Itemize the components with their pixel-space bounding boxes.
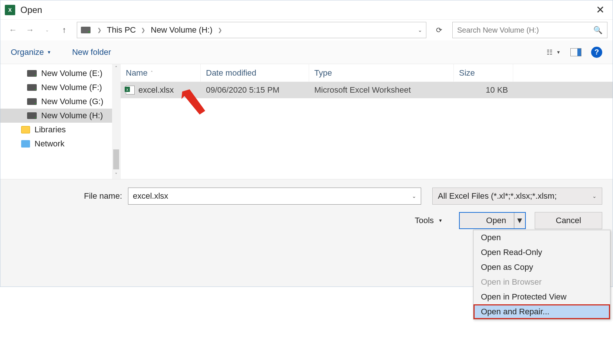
search-icon: 🔍 bbox=[593, 26, 603, 34]
forward-button[interactable]: → bbox=[23, 23, 37, 37]
nav-bar: ← → ⌄ ↑ ❯ This PC ❯ New Volume (H:) ❯ ⌄ … bbox=[0, 20, 613, 40]
drive-icon bbox=[27, 84, 37, 91]
tools-menu[interactable]: Tools ▼ bbox=[415, 216, 443, 225]
file-type: Microsoft Excel Worksheet bbox=[309, 85, 454, 95]
preview-pane-button[interactable] bbox=[570, 48, 581, 56]
chevron-down-icon: ▼ bbox=[438, 218, 443, 223]
column-date[interactable]: Date modified bbox=[201, 64, 309, 82]
chevron-down-icon[interactable]: ⌄ bbox=[592, 193, 597, 199]
menu-open-as-copy[interactable]: Open as Copy bbox=[473, 260, 610, 275]
column-headers: Name˄ Date modified Type Size bbox=[121, 64, 613, 82]
menu-open-protected-view[interactable]: Open in Protected View bbox=[473, 289, 610, 304]
sort-asc-icon: ˄ bbox=[151, 70, 153, 76]
drive-icon bbox=[81, 27, 91, 33]
tree-item-volume-e[interactable]: New Volume (E:) bbox=[0, 66, 120, 80]
column-name[interactable]: Name˄ bbox=[121, 64, 201, 82]
libraries-icon bbox=[21, 126, 30, 133]
file-name-label: File name: bbox=[11, 191, 122, 201]
breadcrumb-bar[interactable]: ❯ This PC ❯ New Volume (H:) ❯ ⌄ bbox=[77, 22, 426, 38]
column-size[interactable]: Size bbox=[454, 64, 513, 82]
menu-open-readonly[interactable]: Open Read-Only bbox=[473, 245, 610, 260]
breadcrumb-current[interactable]: New Volume (H:) bbox=[151, 25, 212, 35]
drive-icon bbox=[27, 112, 37, 119]
open-button[interactable]: Open ▼ bbox=[459, 212, 526, 229]
search-input[interactable]: Search New Volume (H:) 🔍 bbox=[452, 22, 607, 38]
close-icon[interactable]: ✕ bbox=[592, 4, 608, 16]
breadcrumb-dropdown[interactable]: ⌄ bbox=[418, 27, 422, 33]
file-list: Name˄ Date modified Type Size excel.xlsx… bbox=[121, 64, 613, 179]
open-dialog: X Open ✕ ← → ⌄ ↑ ❯ This PC ❯ New Volume … bbox=[0, 0, 613, 287]
new-folder-button[interactable]: New folder bbox=[72, 47, 111, 57]
back-button[interactable]: ← bbox=[6, 23, 20, 37]
file-type-filter[interactable]: All Excel Files (*.xl*;*.xlsx;*.xlsm; ⌄ bbox=[432, 188, 602, 205]
cancel-button[interactable]: Cancel bbox=[535, 212, 602, 229]
recent-dropdown[interactable]: ⌄ bbox=[40, 23, 55, 37]
chevron-down-icon: ▼ bbox=[556, 50, 561, 55]
dialog-footer: File name: excel.xlsx ⌄ All Excel Files … bbox=[0, 179, 613, 287]
file-date: 09/06/2020 5:15 PM bbox=[201, 85, 309, 95]
file-name-input[interactable]: excel.xlsx ⌄ bbox=[128, 188, 421, 205]
menu-open-and-repair[interactable]: Open and Repair... bbox=[473, 304, 610, 319]
network-icon bbox=[21, 140, 30, 148]
tree-item-volume-g[interactable]: New Volume (G:) bbox=[0, 95, 120, 109]
chevron-right-icon: ❯ bbox=[218, 27, 222, 33]
search-placeholder: Search New Volume (H:) bbox=[457, 26, 539, 34]
menu-open[interactable]: Open bbox=[473, 230, 610, 245]
dialog-title: Open bbox=[20, 5, 42, 15]
chevron-right-icon: ❯ bbox=[97, 27, 102, 33]
tree-item-volume-f[interactable]: New Volume (F:) bbox=[0, 80, 120, 95]
organize-menu[interactable]: Organize ▼ bbox=[11, 47, 51, 57]
command-bar: Organize ▼ New folder ☷ ▼ ? bbox=[0, 40, 613, 64]
refresh-button[interactable]: ⟳ bbox=[432, 23, 446, 37]
tree-item-network[interactable]: Network bbox=[0, 137, 120, 151]
up-button[interactable]: ↑ bbox=[57, 23, 72, 37]
chevron-down-icon: ▼ bbox=[47, 50, 51, 55]
excel-file-icon bbox=[126, 86, 135, 95]
scroll-up-icon[interactable]: ˄ bbox=[112, 64, 120, 72]
chevron-right-icon: ❯ bbox=[141, 27, 145, 33]
scroll-thumb[interactable] bbox=[113, 149, 119, 169]
scroll-down-icon[interactable]: ˅ bbox=[112, 171, 120, 179]
navigation-tree: New Volume (E:) New Volume (F:) New Volu… bbox=[0, 64, 121, 179]
menu-open-in-browser: Open in Browser bbox=[473, 275, 610, 289]
tree-item-volume-h[interactable]: New Volume (H:) bbox=[0, 109, 120, 123]
tree-scrollbar[interactable]: ˄ ˅ bbox=[112, 64, 120, 179]
column-type[interactable]: Type bbox=[309, 64, 454, 82]
title-bar: X Open ✕ bbox=[0, 0, 613, 20]
tree-item-libraries[interactable]: Libraries bbox=[0, 123, 120, 137]
drive-icon bbox=[27, 98, 37, 105]
breadcrumb-root[interactable]: This PC bbox=[107, 25, 136, 35]
chevron-down-icon[interactable]: ⌄ bbox=[412, 193, 416, 199]
open-dropdown-menu: Open Open Read-Only Open as Copy Open in… bbox=[473, 230, 610, 320]
open-split-dropdown[interactable]: ▼ bbox=[514, 213, 525, 228]
view-options[interactable]: ☷ ▼ bbox=[547, 48, 561, 56]
list-view-icon: ☷ bbox=[547, 48, 553, 56]
file-row[interactable]: excel.xlsx 09/06/2020 5:15 PM Microsoft … bbox=[121, 82, 613, 98]
help-button[interactable]: ? bbox=[591, 47, 602, 58]
file-name: excel.xlsx bbox=[138, 85, 174, 95]
file-size: 10 KB bbox=[454, 85, 513, 95]
app-icon: X bbox=[5, 5, 15, 15]
drive-icon bbox=[27, 70, 37, 77]
